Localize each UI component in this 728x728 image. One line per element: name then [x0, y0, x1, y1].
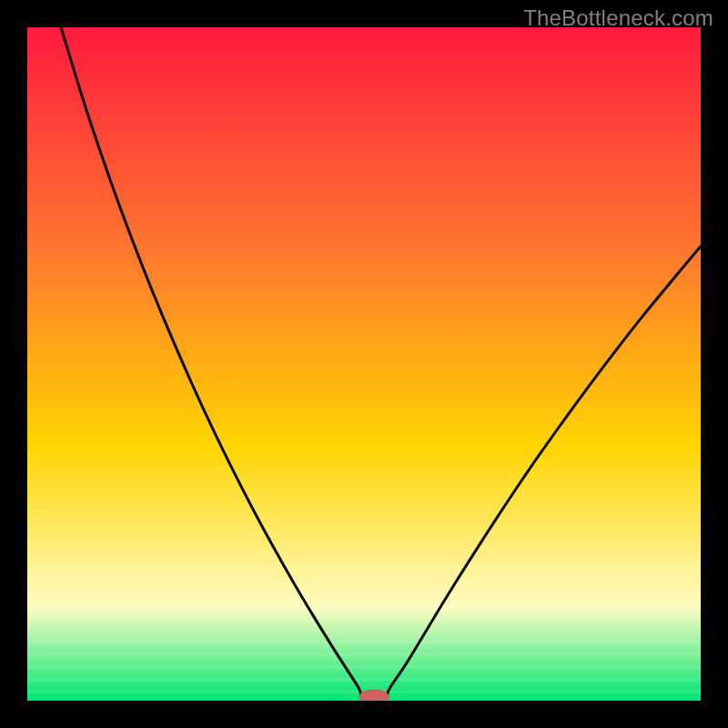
accent-band [27, 653, 701, 656]
accent-band [27, 579, 701, 581]
chart-plot-area [27, 27, 701, 701]
accent-band [27, 641, 701, 643]
accent-band [27, 591, 701, 593]
accent-band [27, 678, 701, 681]
gradient-background [27, 27, 701, 701]
accent-band [27, 629, 701, 632]
accent-band [27, 616, 701, 619]
chart-frame: TheBottleneck.com [0, 0, 728, 728]
accent-band [27, 603, 701, 606]
chart-svg [27, 27, 701, 701]
accent-band [27, 666, 701, 669]
accent-band [27, 566, 701, 569]
bottleneck-marker [359, 690, 389, 701]
